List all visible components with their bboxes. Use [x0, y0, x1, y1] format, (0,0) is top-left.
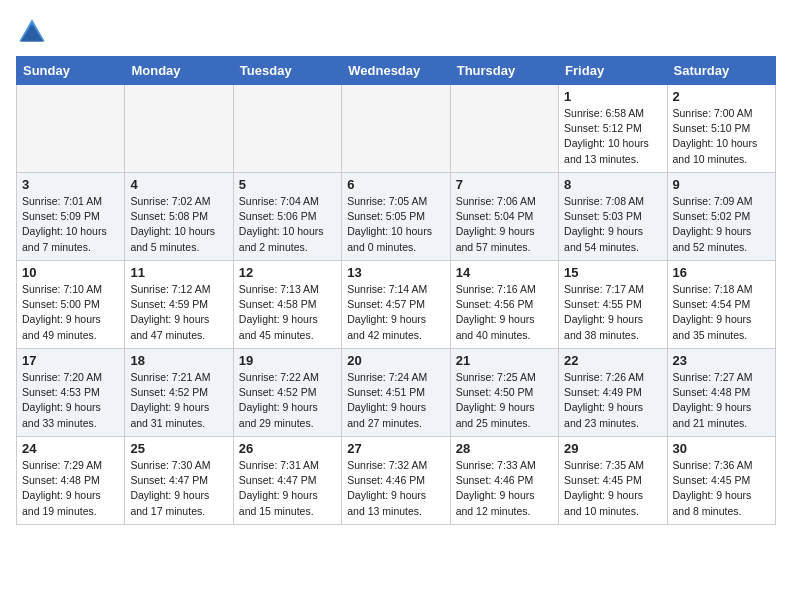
- day-number: 28: [456, 441, 553, 456]
- calendar-cell: 1Sunrise: 6:58 AM Sunset: 5:12 PM Daylig…: [559, 85, 667, 173]
- calendar-cell: 26Sunrise: 7:31 AM Sunset: 4:47 PM Dayli…: [233, 437, 341, 525]
- calendar-cell: [17, 85, 125, 173]
- day-info: Sunrise: 7:20 AM Sunset: 4:53 PM Dayligh…: [22, 370, 119, 431]
- day-info: Sunrise: 7:33 AM Sunset: 4:46 PM Dayligh…: [456, 458, 553, 519]
- day-info: Sunrise: 7:35 AM Sunset: 4:45 PM Dayligh…: [564, 458, 661, 519]
- calendar-cell: [233, 85, 341, 173]
- day-info: Sunrise: 7:26 AM Sunset: 4:49 PM Dayligh…: [564, 370, 661, 431]
- day-number: 2: [673, 89, 770, 104]
- calendar-table: SundayMondayTuesdayWednesdayThursdayFrid…: [16, 56, 776, 525]
- day-number: 11: [130, 265, 227, 280]
- day-info: Sunrise: 7:17 AM Sunset: 4:55 PM Dayligh…: [564, 282, 661, 343]
- calendar-cell: 3Sunrise: 7:01 AM Sunset: 5:09 PM Daylig…: [17, 173, 125, 261]
- day-info: Sunrise: 7:12 AM Sunset: 4:59 PM Dayligh…: [130, 282, 227, 343]
- calendar-cell: 14Sunrise: 7:16 AM Sunset: 4:56 PM Dayli…: [450, 261, 558, 349]
- day-info: Sunrise: 7:24 AM Sunset: 4:51 PM Dayligh…: [347, 370, 444, 431]
- week-row-5: 24Sunrise: 7:29 AM Sunset: 4:48 PM Dayli…: [17, 437, 776, 525]
- week-row-1: 1Sunrise: 6:58 AM Sunset: 5:12 PM Daylig…: [17, 85, 776, 173]
- day-header-tuesday: Tuesday: [233, 57, 341, 85]
- day-number: 22: [564, 353, 661, 368]
- day-number: 23: [673, 353, 770, 368]
- week-row-2: 3Sunrise: 7:01 AM Sunset: 5:09 PM Daylig…: [17, 173, 776, 261]
- day-header-thursday: Thursday: [450, 57, 558, 85]
- day-info: Sunrise: 6:58 AM Sunset: 5:12 PM Dayligh…: [564, 106, 661, 167]
- day-number: 1: [564, 89, 661, 104]
- calendar-cell: 30Sunrise: 7:36 AM Sunset: 4:45 PM Dayli…: [667, 437, 775, 525]
- day-info: Sunrise: 7:06 AM Sunset: 5:04 PM Dayligh…: [456, 194, 553, 255]
- calendar-cell: 4Sunrise: 7:02 AM Sunset: 5:08 PM Daylig…: [125, 173, 233, 261]
- calendar-cell: 8Sunrise: 7:08 AM Sunset: 5:03 PM Daylig…: [559, 173, 667, 261]
- calendar-body: 1Sunrise: 6:58 AM Sunset: 5:12 PM Daylig…: [17, 85, 776, 525]
- calendar-cell: 7Sunrise: 7:06 AM Sunset: 5:04 PM Daylig…: [450, 173, 558, 261]
- day-number: 21: [456, 353, 553, 368]
- calendar-cell: 9Sunrise: 7:09 AM Sunset: 5:02 PM Daylig…: [667, 173, 775, 261]
- day-number: 19: [239, 353, 336, 368]
- day-header-friday: Friday: [559, 57, 667, 85]
- calendar-cell: 5Sunrise: 7:04 AM Sunset: 5:06 PM Daylig…: [233, 173, 341, 261]
- calendar-cell: 13Sunrise: 7:14 AM Sunset: 4:57 PM Dayli…: [342, 261, 450, 349]
- calendar-cell: 25Sunrise: 7:30 AM Sunset: 4:47 PM Dayli…: [125, 437, 233, 525]
- calendar-cell: 23Sunrise: 7:27 AM Sunset: 4:48 PM Dayli…: [667, 349, 775, 437]
- day-number: 20: [347, 353, 444, 368]
- day-number: 27: [347, 441, 444, 456]
- day-info: Sunrise: 7:04 AM Sunset: 5:06 PM Dayligh…: [239, 194, 336, 255]
- day-info: Sunrise: 7:08 AM Sunset: 5:03 PM Dayligh…: [564, 194, 661, 255]
- calendar-cell: 20Sunrise: 7:24 AM Sunset: 4:51 PM Dayli…: [342, 349, 450, 437]
- day-number: 25: [130, 441, 227, 456]
- day-info: Sunrise: 7:16 AM Sunset: 4:56 PM Dayligh…: [456, 282, 553, 343]
- day-info: Sunrise: 7:25 AM Sunset: 4:50 PM Dayligh…: [456, 370, 553, 431]
- svg-marker-1: [21, 24, 43, 42]
- calendar-cell: [342, 85, 450, 173]
- day-number: 8: [564, 177, 661, 192]
- day-header-wednesday: Wednesday: [342, 57, 450, 85]
- day-info: Sunrise: 7:30 AM Sunset: 4:47 PM Dayligh…: [130, 458, 227, 519]
- day-number: 10: [22, 265, 119, 280]
- day-info: Sunrise: 7:22 AM Sunset: 4:52 PM Dayligh…: [239, 370, 336, 431]
- day-info: Sunrise: 7:14 AM Sunset: 4:57 PM Dayligh…: [347, 282, 444, 343]
- day-number: 5: [239, 177, 336, 192]
- day-header-saturday: Saturday: [667, 57, 775, 85]
- week-row-4: 17Sunrise: 7:20 AM Sunset: 4:53 PM Dayli…: [17, 349, 776, 437]
- calendar-cell: [450, 85, 558, 173]
- day-info: Sunrise: 7:21 AM Sunset: 4:52 PM Dayligh…: [130, 370, 227, 431]
- day-header-sunday: Sunday: [17, 57, 125, 85]
- day-header-monday: Monday: [125, 57, 233, 85]
- day-number: 3: [22, 177, 119, 192]
- day-info: Sunrise: 7:36 AM Sunset: 4:45 PM Dayligh…: [673, 458, 770, 519]
- day-number: 13: [347, 265, 444, 280]
- day-info: Sunrise: 7:09 AM Sunset: 5:02 PM Dayligh…: [673, 194, 770, 255]
- logo: [16, 16, 52, 48]
- calendar-cell: 19Sunrise: 7:22 AM Sunset: 4:52 PM Dayli…: [233, 349, 341, 437]
- calendar-cell: 17Sunrise: 7:20 AM Sunset: 4:53 PM Dayli…: [17, 349, 125, 437]
- calendar-cell: 2Sunrise: 7:00 AM Sunset: 5:10 PM Daylig…: [667, 85, 775, 173]
- day-number: 17: [22, 353, 119, 368]
- day-info: Sunrise: 7:02 AM Sunset: 5:08 PM Dayligh…: [130, 194, 227, 255]
- day-info: Sunrise: 7:29 AM Sunset: 4:48 PM Dayligh…: [22, 458, 119, 519]
- week-row-3: 10Sunrise: 7:10 AM Sunset: 5:00 PM Dayli…: [17, 261, 776, 349]
- calendar-cell: 28Sunrise: 7:33 AM Sunset: 4:46 PM Dayli…: [450, 437, 558, 525]
- day-info: Sunrise: 7:31 AM Sunset: 4:47 PM Dayligh…: [239, 458, 336, 519]
- day-number: 29: [564, 441, 661, 456]
- day-number: 26: [239, 441, 336, 456]
- calendar-cell: 22Sunrise: 7:26 AM Sunset: 4:49 PM Dayli…: [559, 349, 667, 437]
- calendar-cell: 10Sunrise: 7:10 AM Sunset: 5:00 PM Dayli…: [17, 261, 125, 349]
- day-info: Sunrise: 7:27 AM Sunset: 4:48 PM Dayligh…: [673, 370, 770, 431]
- calendar-cell: 16Sunrise: 7:18 AM Sunset: 4:54 PM Dayli…: [667, 261, 775, 349]
- calendar-header-row: SundayMondayTuesdayWednesdayThursdayFrid…: [17, 57, 776, 85]
- page-header: [16, 16, 776, 48]
- day-number: 14: [456, 265, 553, 280]
- calendar-cell: 6Sunrise: 7:05 AM Sunset: 5:05 PM Daylig…: [342, 173, 450, 261]
- calendar-cell: 12Sunrise: 7:13 AM Sunset: 4:58 PM Dayli…: [233, 261, 341, 349]
- calendar-cell: 11Sunrise: 7:12 AM Sunset: 4:59 PM Dayli…: [125, 261, 233, 349]
- calendar-cell: 29Sunrise: 7:35 AM Sunset: 4:45 PM Dayli…: [559, 437, 667, 525]
- calendar-cell: [125, 85, 233, 173]
- day-info: Sunrise: 7:10 AM Sunset: 5:00 PM Dayligh…: [22, 282, 119, 343]
- day-number: 24: [22, 441, 119, 456]
- day-info: Sunrise: 7:13 AM Sunset: 4:58 PM Dayligh…: [239, 282, 336, 343]
- day-number: 9: [673, 177, 770, 192]
- calendar-cell: 21Sunrise: 7:25 AM Sunset: 4:50 PM Dayli…: [450, 349, 558, 437]
- day-info: Sunrise: 7:05 AM Sunset: 5:05 PM Dayligh…: [347, 194, 444, 255]
- day-number: 7: [456, 177, 553, 192]
- day-number: 12: [239, 265, 336, 280]
- calendar-cell: 27Sunrise: 7:32 AM Sunset: 4:46 PM Dayli…: [342, 437, 450, 525]
